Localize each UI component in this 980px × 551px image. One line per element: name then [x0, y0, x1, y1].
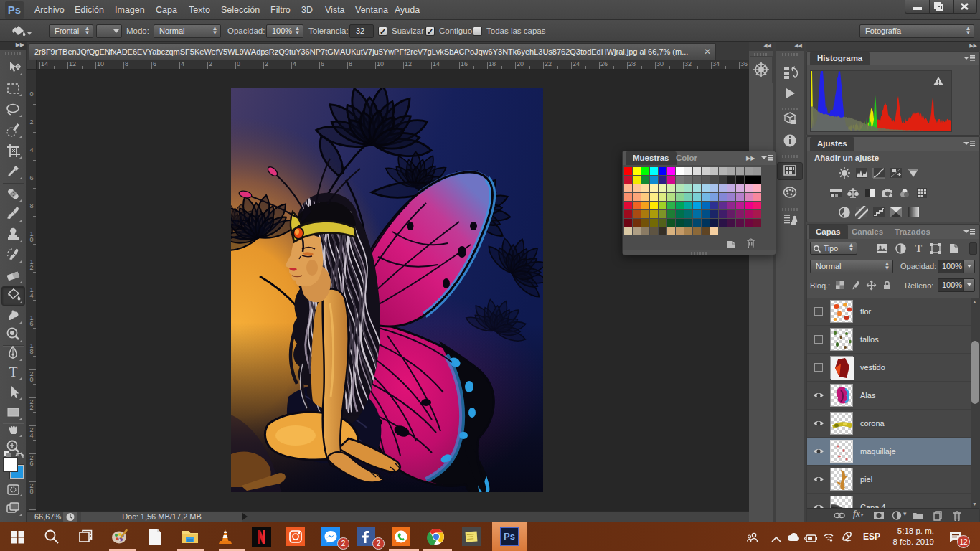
svg-text:T: T	[9, 364, 18, 380]
svg-text:T: T	[915, 243, 923, 254]
